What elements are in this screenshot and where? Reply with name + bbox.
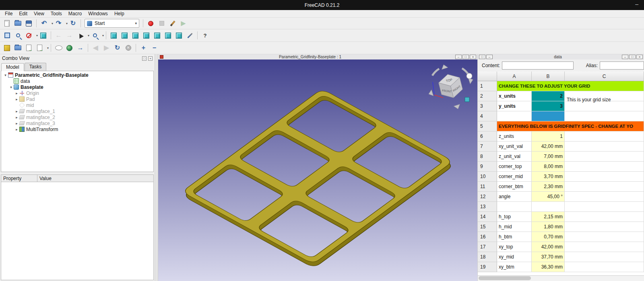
cell-A4[interactable] xyxy=(497,111,532,121)
cell-C8[interactable] xyxy=(565,152,644,162)
macro-play-button[interactable]: ▶ xyxy=(178,18,189,29)
cell-C9[interactable] xyxy=(565,162,644,172)
cell-B8[interactable]: 7,00 mm xyxy=(532,152,565,162)
cell-B7[interactable]: 42,00 mm xyxy=(532,142,565,152)
row-header-15[interactable]: 15 xyxy=(478,222,497,232)
tree-expander-icon[interactable]: ▸ xyxy=(14,97,19,101)
nav-back-button[interactable]: ← xyxy=(53,31,64,41)
tree-item-Pad[interactable]: ▸Pad xyxy=(1,96,153,102)
browser-stop-button[interactable]: × xyxy=(123,43,134,53)
menu-file[interactable]: File xyxy=(2,10,16,17)
tree-expander-icon[interactable]: ▸ xyxy=(14,109,19,113)
menu-tools[interactable]: Tools xyxy=(47,10,65,17)
select-all-corner[interactable] xyxy=(478,72,497,81)
browser-forward-button[interactable]: ▶ xyxy=(101,43,112,53)
cell-A15[interactable]: h_mid xyxy=(497,222,532,232)
cell-A1[interactable]: CHANGE THESE TO ADJUST YOUR GRID xyxy=(497,81,644,91)
tree-item-Baseplate[interactable]: ▾Baseplate xyxy=(1,84,153,90)
nav-forward-button[interactable]: → xyxy=(64,31,75,41)
navigation-style-button[interactable] xyxy=(75,31,86,41)
row-header-3[interactable]: 3 xyxy=(478,101,497,111)
cell-C3[interactable] xyxy=(565,101,644,111)
cell-C17[interactable] xyxy=(565,242,644,252)
browser-refresh-button[interactable]: ↻ xyxy=(112,43,123,53)
export-options-button[interactable] xyxy=(34,43,45,53)
row-header-1[interactable]: 1 xyxy=(478,81,497,91)
cell-B18[interactable]: 37,70 mm xyxy=(532,252,565,262)
column-header-a[interactable]: A xyxy=(497,72,532,81)
tree-expander-icon[interactable]: ▸ xyxy=(14,115,19,119)
axis-cube-icon[interactable] xyxy=(465,97,469,102)
cell-B4[interactable] xyxy=(532,111,565,121)
cell-B10[interactable]: 3,70 mm xyxy=(532,172,565,182)
cell-B17[interactable]: 42,00 mm xyxy=(532,242,565,252)
go-button[interactable]: → xyxy=(75,43,86,53)
tree-item-matingface_2[interactable]: ▸matingface_2 xyxy=(1,114,153,120)
cell-A13[interactable] xyxy=(497,202,532,212)
float-panel-button[interactable]: □ xyxy=(142,56,147,61)
minimize-subwindow-button[interactable]: – xyxy=(455,55,462,59)
value-column-header[interactable]: Value xyxy=(37,176,153,181)
web-browser-button[interactable] xyxy=(64,43,75,53)
tree-item-Parametric_Gridfinity-Baseplate[interactable]: ▾Parametric_Gridfinity-Baseplate xyxy=(1,72,153,78)
cell-A10[interactable]: corner_mid xyxy=(497,172,532,182)
cell-B12[interactable]: 45,00 ° xyxy=(532,192,565,202)
zoom-tools-button[interactable] xyxy=(89,31,100,41)
cell-A19[interactable]: xy_btm xyxy=(497,262,532,272)
whats-this-button[interactable]: ? xyxy=(200,31,211,41)
row-header-2[interactable]: 2 xyxy=(478,91,497,101)
row-header-18[interactable]: 18 xyxy=(478,252,497,262)
cell-B19[interactable]: 36,30 mm xyxy=(532,262,565,272)
cell-A18[interactable]: xy_mid xyxy=(497,252,532,262)
tree-item-data[interactable]: data xyxy=(1,78,153,84)
close-subwindow-button[interactable]: × xyxy=(636,55,643,59)
menu-macro[interactable]: Macro xyxy=(65,10,85,17)
open-location-button[interactable] xyxy=(12,43,23,53)
cell-A2[interactable]: x_units xyxy=(497,91,532,101)
cell-A17[interactable]: xy_top xyxy=(497,242,532,252)
row-header-5[interactable]: 5 xyxy=(478,121,497,131)
horizontal-scrollbar[interactable] xyxy=(478,275,644,281)
cell-A12[interactable]: angle xyxy=(497,192,532,202)
cell-C12[interactable] xyxy=(565,192,644,202)
cell-C15[interactable] xyxy=(565,222,644,232)
workbench-selector[interactable]: Start ▾ xyxy=(85,19,139,28)
close-panel-button[interactable]: × xyxy=(148,56,153,61)
row-header-16[interactable]: 16 xyxy=(478,232,497,242)
refresh-button[interactable]: ↻ xyxy=(68,18,78,29)
zoom-in-button[interactable]: + xyxy=(138,43,149,53)
tab-tasks[interactable]: Tasks xyxy=(25,63,47,71)
fit-selection-button[interactable] xyxy=(12,31,23,41)
menu-view[interactable]: View xyxy=(31,10,47,17)
tree-expander-icon[interactable]: ▸ xyxy=(14,121,19,125)
cell-C10[interactable] xyxy=(565,172,644,182)
export-button[interactable] xyxy=(23,43,34,53)
cell-B3[interactable]: 3 xyxy=(532,101,565,111)
row-header-7[interactable]: 7 xyxy=(478,142,497,152)
row-header-17[interactable]: 17 xyxy=(478,242,497,252)
view-right-button[interactable] xyxy=(141,31,152,41)
spreadsheet-grid[interactable]: 1CHANGE THESE TO ADJUST YOUR GRID2x_unit… xyxy=(478,81,644,275)
tree-expander-icon[interactable]: ▾ xyxy=(8,85,14,89)
cell-C14[interactable] xyxy=(565,212,644,222)
cell-B15[interactable]: 1,80 mm xyxy=(532,222,565,232)
redo-button[interactable]: ↷ xyxy=(53,18,64,29)
panel-splitter[interactable] xyxy=(155,54,158,281)
tree-item-mid[interactable]: mid xyxy=(1,102,153,108)
cell-C6[interactable] xyxy=(565,131,644,142)
start-page-button[interactable] xyxy=(2,43,12,53)
view-isometric-button[interactable] xyxy=(108,31,119,41)
view-bottom-button[interactable] xyxy=(163,31,173,41)
menu-help[interactable]: Help xyxy=(111,10,128,17)
cell-C18[interactable] xyxy=(565,252,644,262)
ellipse-button[interactable] xyxy=(53,43,64,53)
new-document-button[interactable] xyxy=(2,18,12,29)
row-header-12[interactable]: 12 xyxy=(478,192,497,202)
cell-A16[interactable]: h_btm xyxy=(497,232,532,242)
cell-A11[interactable]: corner_btm xyxy=(497,182,532,192)
property-editor[interactable] xyxy=(1,182,154,280)
cell-B2[interactable]: 2 xyxy=(532,91,565,101)
row-header-10[interactable]: 10 xyxy=(478,172,497,182)
view-front-button[interactable] xyxy=(119,31,130,41)
cell-C2[interactable]: This is your grid size xyxy=(565,91,644,101)
